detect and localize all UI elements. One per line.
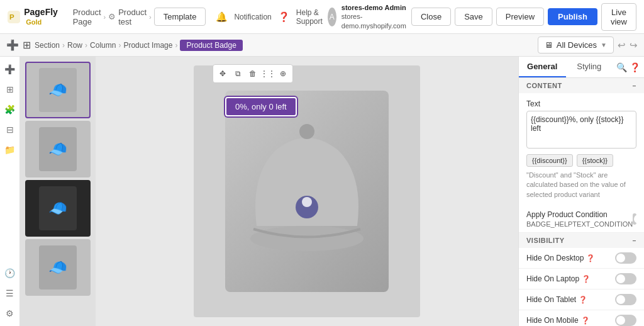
breadcrumb-gear-icon: ⚙ [108,12,116,21]
canvas-area: 🧢 🧢 🧢 🧢 ✥ [20,57,518,326]
content-collapse-icon[interactable]: − [633,82,636,89]
hide-mobile-help-icon[interactable]: ❓ [581,317,590,325]
redo-icon[interactable]: ↪ [630,40,638,51]
crumb-section[interactable]: Section [35,41,60,50]
panel-search-icon[interactable]: 🔍 [616,59,627,76]
badge-toolbar: ✥ ⧉ 🗑 ⋮⋮ ⊕ [213,64,293,83]
hide-desktop-label: Hide On Desktop ❓ [526,254,595,262]
canvas-inner: 🧢 🧢 🧢 🧢 ✥ [20,57,518,326]
content-section-header: CONTENT − [519,78,644,93]
help-label[interactable]: Help & Support [296,8,323,26]
main-layout: ➕ ⊞ 🧩 ⊟ 📁 🕐 ☰ ⚙ 🧢 🧢 🧢 🧢 [0,57,644,326]
visibility-collapse-icon[interactable]: − [633,237,636,244]
badge-delete-icon[interactable]: 🗑 [246,67,260,81]
badge-duplicate-icon[interactable]: ⧉ [231,67,245,81]
undo-icon[interactable]: ↩ [618,40,626,51]
live-view-button[interactable]: Live view [601,3,636,31]
top-buttons: Close Save Preview Publish Live view [411,3,636,31]
hide-tablet-help-icon[interactable]: ❓ [579,296,587,304]
apply-condition-label: Apply Product Condition [526,210,633,219]
badge-more-icon[interactable]: ⊕ [276,67,290,81]
logo-area: P PageFly Gold [8,7,63,26]
hide-mobile-label: Hide On Mobile ❓ [526,316,590,325]
hide-laptop-toggle[interactable] [615,273,636,284]
hide-desktop-toggle[interactable] [615,252,636,264]
user-info: stores-demo Admin stores-demo.myshopify.… [341,3,406,30]
hide-tablet-toggle[interactable] [615,294,636,305]
sidebar-grid-icon[interactable]: ⊟ [3,122,18,137]
help-icon[interactable]: ❓ [278,11,290,23]
crumb-product-badge[interactable]: Product Badge [180,40,242,51]
crumb-row[interactable]: Row [67,41,82,50]
left-sidebar: ➕ ⊞ 🧩 ⊟ 📁 🕐 ☰ ⚙ [0,57,20,326]
thumb-1[interactable]: 🧢 [25,62,91,118]
template-button[interactable]: Template [154,8,206,26]
hide-desktop-help-icon[interactable]: ❓ [586,254,595,262]
svg-point-5 [302,197,312,207]
sidebar-settings-icon[interactable]: ⚙ [3,306,18,321]
thumb-img-2: 🧢 [39,127,77,171]
visibility-label: VISIBILITY [526,237,565,244]
add-icon[interactable]: ➕ [6,39,19,51]
hide-mobile-toggle[interactable] [615,315,636,326]
badge-move-icon[interactable]: ✥ [216,67,230,81]
hint-text: "Discount" and "Stock" are calculated ba… [526,171,636,200]
logo-name: PageFly [24,7,58,17]
sidebar-apps-icon[interactable]: 🧩 [3,102,18,117]
sidebar-list-icon[interactable]: ☰ [3,286,18,301]
sidebar-layers-icon[interactable]: ⊞ [3,82,18,97]
publish-button[interactable]: Publish [548,8,597,25]
apply-condition-row: Apply Product Condition BADGE_HELPTEXT_C… [519,206,644,233]
breadcrumb2: Section › Row › Column › Product Image ›… [35,40,243,51]
avatar[interactable]: A [328,8,336,26]
text-field-label: Text [526,99,636,108]
badge-settings-icon[interactable]: ⋮⋮ [261,67,275,81]
breadcrumb-product-test[interactable]: Product test [118,8,147,26]
breadcrumb-sep-1: › [104,13,106,21]
thumb-3[interactable]: 🧢 [25,180,91,237]
thumb-img-4: 🧢 [39,245,77,289]
breadcrumb-product-page[interactable]: Product Page [73,8,101,26]
text-input[interactable] [526,111,636,149]
device-selector[interactable]: 🖥 All Devices ▼ [538,37,614,53]
product-image-container: ✥ ⧉ 🗑 ⋮⋮ ⊕ 0%, only 0 left [194,65,420,317]
breadcrumb-sep-2: › [149,13,152,21]
hide-tablet-label: Hide On Tablet ❓ [526,295,587,304]
device-icon: 🖥 [545,40,553,50]
save-button[interactable]: Save [455,8,492,26]
sidebar-history-icon[interactable]: 🕐 [3,266,18,281]
logo-text-area: PageFly Gold [24,7,63,26]
crumb-product-image[interactable]: Product Image [123,41,172,50]
panel-help-icon[interactable]: ❓ [630,59,640,76]
content-label: CONTENT [526,82,562,89]
apply-condition-area: Apply Product Condition BADGE_HELPTEXT_C… [526,210,633,228]
crumb-column[interactable]: Column [90,41,116,50]
apply-condition-toggle[interactable] [633,213,636,225]
content-section-body: Text {{discount}} {{stock}} "Discount" a… [519,93,644,206]
second-bar: ➕ ⊞ Section › Row › Column › Product Ima… [0,34,644,57]
sidebar-folder-icon[interactable]: 📁 [3,142,18,157]
panel-header-icons: 🔍 ❓ [613,59,644,76]
thumb-4[interactable]: 🧢 [25,239,91,296]
notification-icon[interactable]: 🔔 [216,11,228,23]
hide-laptop-help-icon[interactable]: ❓ [582,275,591,283]
sidebar-add-icon[interactable]: ➕ [3,62,18,77]
discount-tag-button[interactable]: {{discount}} [526,154,573,167]
visibility-section-header: VISIBILITY − [519,233,644,248]
layers-icon[interactable]: ⊞ [23,39,31,51]
notification-label[interactable]: Notification [234,13,271,21]
close-button[interactable]: Close [411,8,451,26]
stock-tag-button[interactable]: {{stock}} [577,154,613,167]
hide-laptop-label: Hide On Laptop ❓ [526,274,591,283]
tab-styling[interactable]: Styling [566,57,613,77]
tag-buttons: {{discount}} {{stock}} [526,154,636,167]
thumb-img-1: 🧢 [39,68,77,112]
panel-header-row: General Styling 🔍 ❓ [519,57,644,78]
user-name: stores-demo Admin [341,3,406,12]
product-main: ✥ ⧉ 🗑 ⋮⋮ ⊕ 0%, only 0 left [96,57,518,326]
product-badge[interactable]: 0%, only 0 left [225,97,297,116]
thumb-2[interactable]: 🧢 [25,121,91,177]
panel-header-tabs: General Styling [519,57,613,77]
tab-general[interactable]: General [519,57,566,77]
preview-button[interactable]: Preview [496,8,544,26]
